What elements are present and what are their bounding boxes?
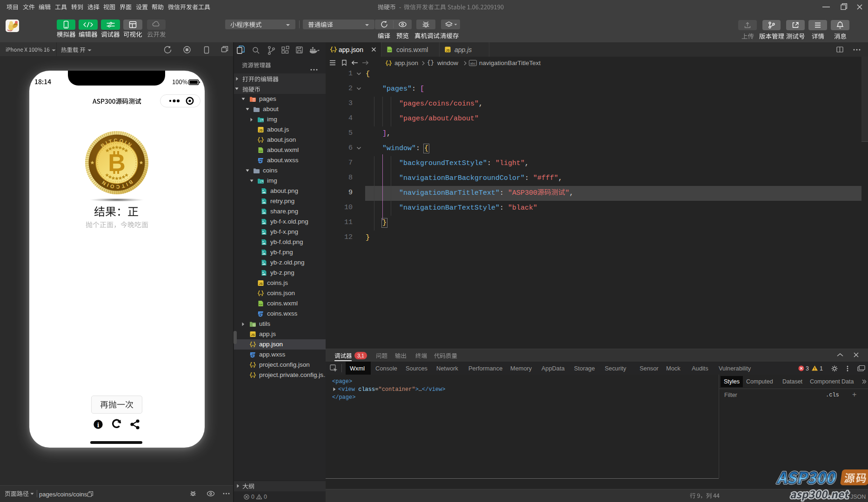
svg-text:JS: JS (446, 49, 450, 52)
svg-text:<>: <> (388, 49, 392, 52)
svg-text:abc: abc (470, 62, 476, 65)
svg-text:i: i (97, 421, 99, 429)
svg-text:JS: JS (259, 282, 263, 285)
svg-text:B: B (108, 149, 126, 176)
svg-text:<>: <> (259, 303, 263, 306)
svg-text:JS: JS (259, 129, 263, 132)
svg-text:<>: <> (259, 150, 263, 152)
svg-text:JS: JS (251, 333, 255, 337)
svg-text:<>: <> (253, 99, 255, 101)
